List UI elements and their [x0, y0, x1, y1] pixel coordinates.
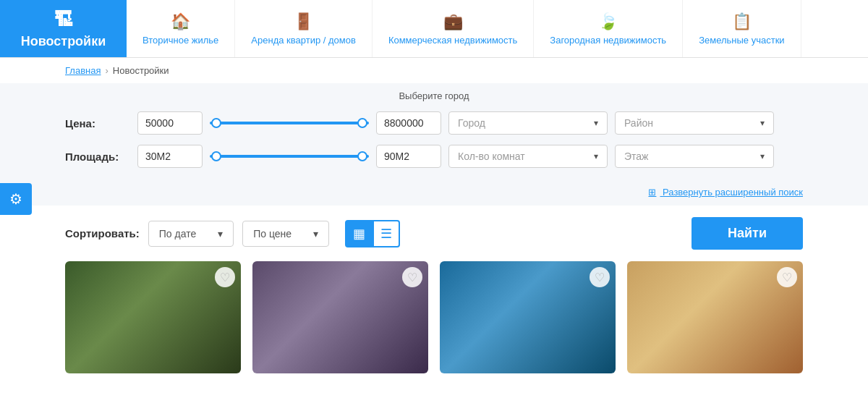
sort-by-price-dropdown[interactable]: По цене ▾: [242, 221, 329, 247]
logo-text: Новостройки: [21, 34, 106, 49]
grid-view-icon: ▦: [353, 226, 365, 242]
grid-expand-icon: ⊞: [648, 187, 656, 198]
view-toggle: ▦ ☰: [345, 220, 400, 247]
floor-dropdown-arrow: ▾: [760, 151, 765, 161]
price-max-input[interactable]: [376, 111, 441, 135]
rooms-dropdown-arrow: ▾: [594, 151, 598, 161]
door-icon: 🚪: [294, 12, 313, 31]
nav-item-commercial[interactable]: 💼 Коммерческая недвижимость: [373, 0, 534, 57]
nav-item-secondary[interactable]: 🏠 Вторичное жилье: [127, 0, 235, 57]
sort-by-date-dropdown[interactable]: По дате ▾: [148, 221, 234, 247]
sidebar-gear-button[interactable]: ⚙: [0, 183, 32, 215]
breadcrumb-home-link[interactable]: Главная: [65, 65, 101, 76]
favorite-button-2[interactable]: ♡: [402, 267, 422, 287]
property-card-2: ♡: [252, 261, 428, 373]
city-dropdown[interactable]: Город ▾: [448, 111, 608, 135]
breadcrumb-separator: ›: [105, 65, 108, 76]
area-filter-row: Площадь: Кол-во комнат ▾ Этаж ▾: [65, 143, 803, 169]
area-range-track: [210, 155, 369, 158]
list-view-button[interactable]: ☰: [373, 220, 400, 247]
nav-item-rent-label: Аренда квартир / домов: [251, 35, 356, 46]
favorite-button-4[interactable]: ♡: [777, 267, 797, 287]
sort-date-arrow: ▾: [218, 228, 223, 240]
nav-item-country[interactable]: 🍃 Загородная недвижимость: [534, 0, 683, 57]
find-button[interactable]: Найти: [692, 217, 803, 250]
leaf-icon: 🍃: [598, 12, 618, 31]
area-max-input[interactable]: [376, 145, 441, 168]
range-thumb-right[interactable]: [357, 118, 367, 128]
price-min-input[interactable]: [137, 111, 203, 135]
city-dropdown-label: Город: [458, 117, 485, 129]
briefcase-icon: 💼: [443, 12, 463, 31]
price-label: Цена:: [65, 117, 130, 130]
property-card-1: ♡: [65, 261, 241, 373]
expand-search-text: Развернуть расширенный поиск: [663, 187, 803, 198]
nav-item-land[interactable]: 📋 Земельные участки: [683, 0, 801, 57]
nav-item-secondary-label: Вторичное жилье: [142, 35, 218, 46]
cards-grid: ♡ ♡ ♡ ♡: [65, 261, 803, 373]
floor-dropdown-label: Этаж: [624, 151, 648, 162]
nav-item-rent[interactable]: 🚪 Аренда квартир / домов: [235, 0, 373, 57]
rooms-dropdown[interactable]: Кол-во комнат ▾: [448, 145, 608, 168]
sort-price-arrow: ▾: [313, 228, 318, 240]
sort-label: Сортировать:: [65, 227, 140, 240]
filters-section: Цена: Город ▾ Район ▾ Площадь:: [0, 104, 868, 185]
nav-items: 🏠 Вторичное жилье 🚪 Аренда квартир / дом…: [127, 0, 801, 57]
main-nav: 🏗 Новостройки 🏠 Вторичное жилье 🚪 Аренда…: [0, 0, 868, 58]
property-card-4: ♡: [627, 261, 803, 373]
breadcrumb: Главная › Новостройки: [0, 58, 868, 83]
house-icon: 🏠: [171, 12, 190, 31]
range-thumb-left[interactable]: [211, 118, 221, 128]
land-icon: 📋: [732, 12, 752, 31]
district-dropdown-label: Район: [624, 117, 653, 129]
sort-by-price-label: По цене: [253, 228, 292, 240]
city-select-label: Выберите город: [65, 88, 803, 104]
property-card-3: ♡: [440, 261, 616, 373]
sort-bar: Сортировать: По дате ▾ По цене ▾ ▦ ☰ Най…: [0, 206, 868, 261]
nav-item-country-label: Загородная недвижимость: [550, 35, 666, 46]
nav-logo[interactable]: 🏗 Новостройки: [0, 0, 127, 57]
favorite-button-1[interactable]: ♡: [215, 267, 235, 287]
sort-by-date-label: По дате: [159, 228, 196, 240]
expand-search-link[interactable]: ⊞ Развернуть расширенный поиск: [648, 187, 803, 198]
gear-icon: ⚙: [9, 190, 22, 208]
logo-icon: 🏗: [54, 9, 73, 31]
area-range-slider[interactable]: [210, 143, 369, 169]
list-view-icon: ☰: [380, 226, 392, 242]
range-track: [210, 122, 369, 124]
city-dropdown-arrow: ▾: [594, 118, 598, 128]
favorite-button-3[interactable]: ♡: [590, 267, 610, 287]
expand-search-bar: ⊞ Развернуть расширенный поиск: [0, 185, 868, 206]
price-filter-row: Цена: Город ▾ Район ▾: [65, 110, 803, 136]
nav-item-land-label: Земельные участки: [699, 35, 784, 46]
area-label: Площадь:: [65, 151, 130, 163]
price-range-slider[interactable]: [210, 110, 369, 136]
grid-view-button[interactable]: ▦: [345, 220, 373, 247]
floor-dropdown[interactable]: Этаж ▾: [615, 145, 774, 168]
area-range-thumb-left[interactable]: [211, 151, 221, 161]
rooms-dropdown-label: Кол-во комнат: [458, 151, 525, 162]
area-min-input[interactable]: [137, 145, 203, 168]
district-dropdown[interactable]: Район ▾: [615, 111, 774, 135]
district-dropdown-arrow: ▾: [760, 118, 765, 128]
nav-item-commercial-label: Коммерческая недвижимость: [388, 35, 517, 46]
city-select-bar: Выберите город: [0, 83, 868, 104]
cards-section: ♡ ♡ ♡ ♡: [0, 261, 868, 388]
breadcrumb-current: Новостройки: [113, 65, 169, 76]
area-range-thumb-right[interactable]: [357, 151, 367, 161]
